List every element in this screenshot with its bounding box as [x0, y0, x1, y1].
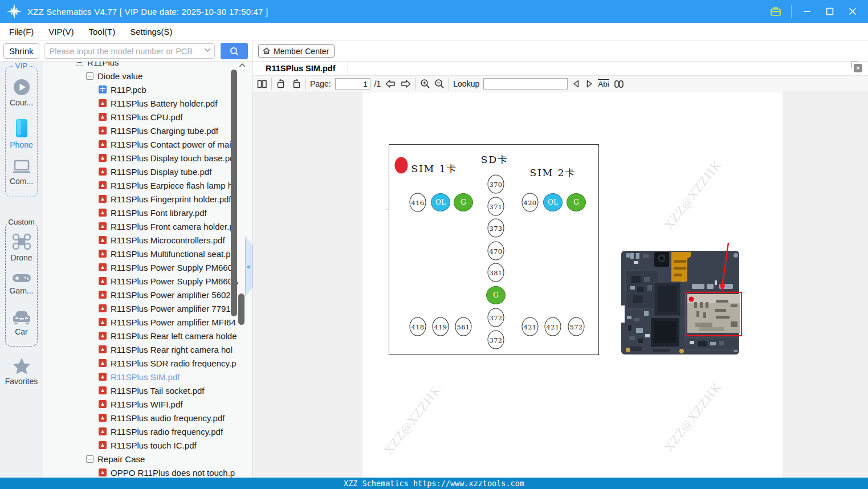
find-previous-icon[interactable]	[572, 79, 581, 88]
tree-item[interactable]: R11SPlus Multifunctional seat.p	[43, 247, 252, 260]
lookup-input[interactable]	[483, 78, 568, 89]
pdf-file-icon	[99, 250, 107, 258]
rotate-right-icon[interactable]	[291, 79, 301, 89]
page-number-input[interactable]	[335, 78, 370, 89]
briefcase-icon[interactable]	[768, 4, 783, 19]
menu-settings[interactable]: Settings(S)	[130, 27, 172, 36]
collapse-icon[interactable]	[86, 72, 93, 80]
match-case-icon[interactable]: Abi	[598, 79, 609, 88]
rotate-left-icon[interactable]	[276, 79, 287, 89]
tree-item[interactable]: R11SPlus SIM.pdf	[43, 370, 252, 384]
maximize-button[interactable]	[822, 4, 837, 19]
minimize-button[interactable]	[800, 4, 814, 19]
collapse-icon[interactable]	[76, 62, 83, 66]
tree-item-label: R11SPlus Power Supply PM660A	[111, 276, 238, 286]
pdf-file-icon	[99, 168, 107, 176]
sidebar-item-course[interactable]: Cour...	[6, 78, 37, 107]
menu-tool[interactable]: Tool(T)	[89, 27, 116, 36]
tree-item[interactable]: R11SPlus Tail socket.pdf	[43, 384, 252, 397]
outer-scrollbar-thumb[interactable]	[238, 294, 244, 325]
zoom-out-icon[interactable]	[434, 79, 445, 89]
next-page-icon[interactable]	[400, 79, 411, 88]
phone-icon	[13, 118, 31, 138]
page-label: Page:	[310, 79, 331, 88]
tree-item[interactable]: R11SPlus Rear right camera hol	[43, 343, 252, 356]
sidebar-item-computer[interactable]: Com...	[6, 159, 37, 186]
tree-item[interactable]: R11SPlus SDR radio frequency.p	[43, 356, 252, 370]
tree-item[interactable]: Repair Case	[43, 452, 252, 466]
sidebar-item-phone[interactable]: Phone	[6, 118, 37, 149]
tree-scrollbar-thumb[interactable]	[231, 70, 237, 316]
model-search-input[interactable]	[44, 43, 215, 59]
tree-item[interactable]: R11SPlus Microcontrollers.pdf	[43, 233, 252, 247]
tree-item[interactable]: R11SPlus Display tube.pdf	[43, 165, 252, 178]
tree-item[interactable]: R11SPlus Power amplifier MFI64	[43, 315, 252, 329]
scroll-up-icon[interactable]	[239, 63, 246, 68]
tree-item[interactable]: R11SPlus Power amplifier 77916	[43, 301, 252, 315]
tree-item[interactable]: Diode value	[43, 69, 252, 83]
tree-item-label: R11P.pcb	[111, 85, 146, 95]
menu-vip[interactable]: VIP(V)	[48, 27, 74, 36]
diagram-pin-561: 561	[455, 317, 472, 336]
tree-item[interactable]: R11SPlus Fingerprint holder.pdf	[43, 192, 252, 206]
tab-bar: R11SPlus SIM.pdf ✕	[253, 62, 868, 76]
tree-item-label: R11SPlus Power amplifier 77916	[111, 304, 235, 313]
shrink-button[interactable]: Shrink	[3, 43, 39, 59]
sidebar-item-game[interactable]: Gam...	[6, 272, 37, 295]
tree-item[interactable]: R11SPlus Battery holder.pdf	[43, 96, 252, 110]
close-tab-icon[interactable]: ✕	[854, 64, 862, 72]
sidebar-item-favorites[interactable]: Favorites	[0, 357, 43, 386]
pdf-file-icon	[99, 277, 107, 285]
tree-item-label: R11SPlus Display touch base.pd	[111, 153, 234, 163]
two-page-view-icon[interactable]	[257, 79, 267, 89]
tree-item[interactable]: R11SPlus Contact power of mai	[43, 137, 252, 151]
tree-item-label: R11SPlus Multifunctional seat.p	[111, 249, 231, 259]
panel-collapse-handle[interactable]: <	[245, 237, 252, 296]
diagram-pin-g: G	[567, 193, 586, 211]
tree-item[interactable]: R11SPlus audio frequency.pdf	[43, 411, 252, 425]
diagram-pin-572: 572	[568, 317, 585, 336]
toolbar-separator	[449, 78, 449, 89]
tree-item-label: OPPO R11Plus does not touch.p	[111, 468, 235, 478]
search-button[interactable]	[221, 43, 248, 59]
binoculars-icon[interactable]	[613, 79, 625, 89]
sidebar-item-car[interactable]: Car	[6, 309, 37, 336]
tree-item[interactable]: R11SPlus radio frequency.pdf	[43, 425, 252, 438]
prev-page-icon[interactable]	[385, 79, 396, 88]
pdf-file-icon	[99, 154, 107, 162]
pdf-toolbar: Page: /1 Lookup	[253, 76, 868, 92]
find-next-icon[interactable]	[585, 79, 594, 88]
tree-item[interactable]: R11SPlus Font library.pdf	[43, 206, 252, 219]
sidebar-item-drone[interactable]: Drone	[6, 232, 37, 262]
tree-item[interactable]: R11SPlus Earpiece flash lamp ho	[43, 178, 252, 192]
tree-item[interactable]: R11SPlus Power Supply PM660.	[43, 260, 252, 274]
tree-item[interactable]: R11Plus	[43, 62, 252, 69]
tree-item[interactable]: R11SPlus CPU.pdf	[43, 110, 252, 124]
pdf-file-icon	[99, 291, 107, 299]
tree-item[interactable]: OPPO R11Plus does not touch.p	[43, 466, 252, 478]
tree-item[interactable]: R11SPlus Power amplifier 56022	[43, 288, 252, 301]
tree-item[interactable]: R11P.pcb	[43, 83, 252, 96]
tab-r11splus-sim[interactable]: R11SPlus SIM.pdf	[253, 62, 348, 75]
zoom-in-icon[interactable]	[420, 79, 430, 89]
tree-item[interactable]: R11SPlus touch IC.pdf	[43, 438, 252, 452]
tree-item[interactable]: R11SPlus Display touch base.pd	[43, 151, 252, 165]
member-center-button[interactable]: Member Center	[258, 44, 335, 58]
menu-file[interactable]: File(F)	[9, 27, 34, 36]
star-icon	[12, 357, 31, 375]
diagram-pin-372: 372	[488, 331, 504, 349]
tree-item[interactable]: R11SPlus Rear left camera holde	[43, 329, 252, 343]
pdf-file-icon	[99, 414, 107, 422]
close-button[interactable]	[845, 4, 860, 19]
tree-item[interactable]: R11SPlus Power Supply PM660A	[43, 274, 252, 288]
menu-bar: File(F) VIP(V) Tool(T) Settings(S)	[0, 23, 868, 41]
tree-item[interactable]: R11SPlus Front camera holder.p	[43, 219, 252, 233]
chevron-down-icon[interactable]	[204, 48, 211, 52]
tree-item[interactable]: R11SPlus WIFI.pdf	[43, 397, 252, 411]
gamepad-icon	[11, 272, 32, 284]
collapse-icon[interactable]	[86, 455, 93, 463]
home-icon	[262, 47, 271, 55]
tree-item[interactable]: R11SPlus Charging tube.pdf	[43, 124, 252, 137]
diagram-pin-371: 371	[488, 197, 504, 216]
tree-item-label: Repair Case	[97, 454, 145, 464]
